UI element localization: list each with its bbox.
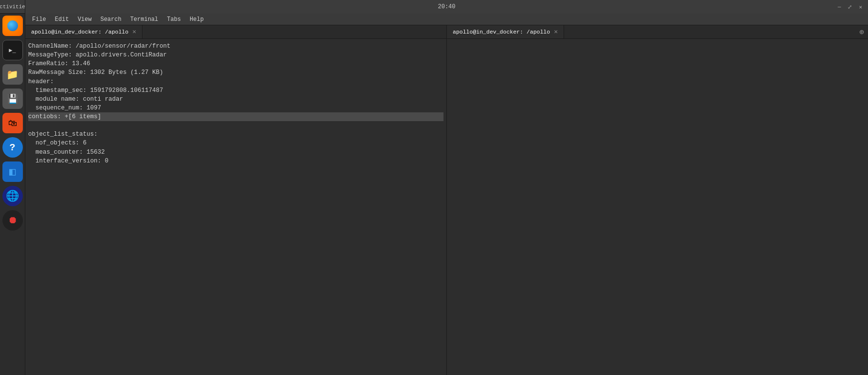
tab-bar-2: apollo@in_dev_docker: /apollo ✕ ⊕ (447, 25, 868, 39)
line-highlighted: contiobs: +[6 items] (28, 112, 443, 121)
terminal-container: apollo@in_dev_docker: /apollo ✕ ChannelN… (25, 25, 868, 375)
activities-bar[interactable]: Activities (0, 0, 25, 14)
sidebar-icon-browser[interactable] (2, 186, 23, 206)
menu-search[interactable]: Search (96, 15, 125, 24)
window-maximize-btn[interactable]: ⤢ (846, 3, 854, 11)
sidebar-icon-software[interactable] (2, 113, 23, 133)
terminal-pane-1: apollo@in_dev_docker: /apollo ✕ ChannelN… (25, 25, 446, 375)
menu-terminal[interactable]: Terminal (126, 15, 162, 24)
terminal-body-1[interactable]: ChannelName: /apollo/sensor/radar/front … (25, 39, 446, 375)
window-close-btn[interactable]: ✕ (857, 3, 864, 11)
activities-label: Activities (0, 4, 29, 10)
new-tab-icon: ⊕ (859, 27, 864, 37)
window-controls: — ⤢ ✕ (836, 3, 864, 11)
firefox-inner (6, 19, 19, 33)
tab-bar-1: apollo@in_dev_docker: /apollo ✕ (25, 25, 446, 39)
window-top-bar: 20:40 — ⤢ ✕ (25, 0, 868, 14)
menu-tabs[interactable]: Tabs (163, 15, 185, 24)
tab-2[interactable]: apollo@in_dev_docker: /apollo ✕ (447, 25, 564, 38)
main-area: 20:40 — ⤢ ✕ File Edit View Search Termin… (25, 0, 868, 375)
sidebar-icon-record[interactable] (2, 210, 23, 231)
sidebar-icon-help[interactable] (2, 137, 23, 158)
sidebar-icon-terminal[interactable] (2, 40, 23, 60)
terminal-output-1: ChannelName: /apollo/sensor/radar/front … (28, 42, 443, 165)
sidebar-icon-files[interactable]: 📁 (2, 64, 23, 85)
tab-1-title: apollo@in_dev_docker: /apollo (31, 29, 128, 35)
menu-file[interactable]: File (28, 15, 50, 24)
terminal-body-2[interactable] (447, 39, 868, 375)
menu-edit[interactable]: Edit (51, 15, 73, 24)
sidebar-icon-disk[interactable] (2, 89, 23, 109)
tab-1[interactable]: apollo@in_dev_docker: /apollo ✕ (25, 25, 142, 38)
menu-bar: File Edit View Search Terminal Tabs Help (25, 14, 868, 25)
tab-2-close[interactable]: ✕ (554, 29, 558, 35)
menu-view[interactable]: View (74, 15, 96, 24)
line-rest: object_list_status: nof_objects: 6 meas_… (28, 131, 108, 164)
menu-help[interactable]: Help (186, 15, 208, 24)
line-1: ChannelName: /apollo/sensor/radar/front … (28, 43, 171, 111)
sidebar: Activities 📁 (0, 0, 25, 375)
window-title: 20:40 (438, 3, 455, 10)
terminal-pane-2: apollo@in_dev_docker: /apollo ✕ ⊕ (446, 25, 868, 375)
sidebar-icon-vscode[interactable] (2, 161, 23, 182)
sidebar-icon-firefox[interactable] (2, 16, 23, 36)
tab-2-title: apollo@in_dev_docker: /apollo (453, 29, 550, 35)
window-minimize-btn[interactable]: — (836, 3, 843, 10)
tab-1-close[interactable]: ✕ (132, 29, 136, 35)
tab-new-btn-2[interactable]: ⊕ (855, 25, 868, 38)
